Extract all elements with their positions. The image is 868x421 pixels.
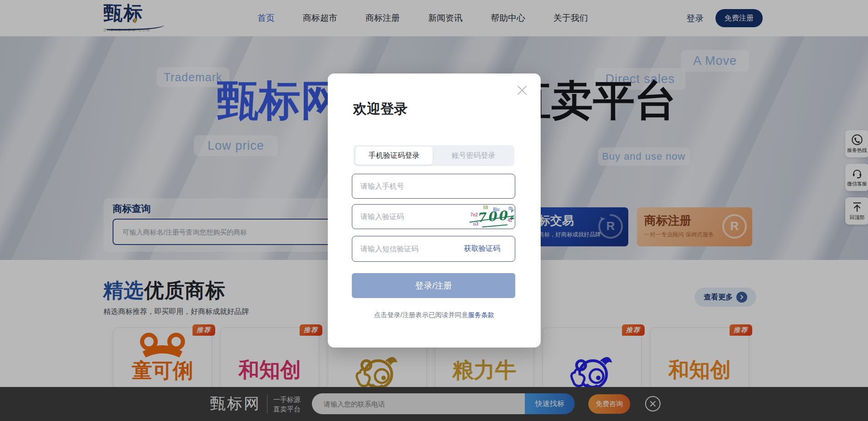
captcha-image[interactable]: 7e2 58 8ju u3 4z tb 7002 xyxy=(469,205,514,228)
login-register-button[interactable]: 登录/注册 xyxy=(352,273,515,298)
close-icon[interactable] xyxy=(516,84,528,96)
login-tabs: 手机验证码登录 账号密码登录 xyxy=(354,145,514,166)
tab-password-login[interactable]: 账号密码登录 xyxy=(433,145,514,166)
page: 甄标 ZHENBIAOW.COM 首页 商标超市 商标注册 新闻资讯 帮助中心 … xyxy=(0,0,868,421)
get-sms-code-link[interactable]: 获取验证码 xyxy=(464,244,500,254)
modal-title: 欢迎登录 xyxy=(353,100,408,118)
phone-number-input[interactable] xyxy=(352,174,515,199)
terms-note: 点击登录/注册表示已阅读并同意服务条款 xyxy=(328,311,541,319)
tab-sms-login[interactable]: 手机验证码登录 xyxy=(355,147,433,165)
terms-link[interactable]: 服务条款 xyxy=(468,311,494,318)
login-modal: 欢迎登录 手机验证码登录 账号密码登录 7e2 58 8ju u3 4z tb … xyxy=(328,73,541,348)
